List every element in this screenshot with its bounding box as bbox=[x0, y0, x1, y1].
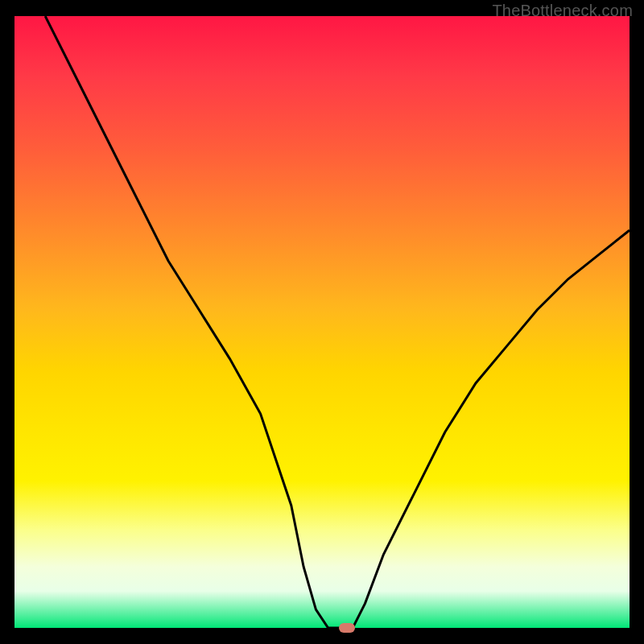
chart-plot-area bbox=[14, 16, 630, 628]
watermark-text: TheBottleneck.com bbox=[492, 2, 633, 20]
optimal-marker bbox=[339, 623, 355, 633]
bottleneck-curve bbox=[14, 16, 630, 628]
